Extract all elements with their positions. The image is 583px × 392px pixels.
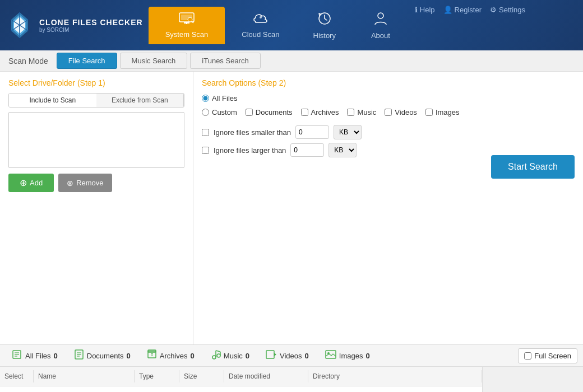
svg-rect-34 [326,351,336,358]
larger-unit-select[interactable]: KB MB GB [328,143,357,157]
ignore-smaller-checkbox[interactable] [202,129,209,136]
ignore-larger-checkbox[interactable] [202,147,209,154]
all-files-radio-option[interactable]: All Files [202,94,238,102]
settings-action[interactable]: ⚙ Settings [490,6,525,14]
about-icon [373,11,388,29]
documents-checkbox-option[interactable]: Documents [246,108,293,116]
result-tab-music-label: Music [224,352,243,360]
cloud-scan-icon [252,12,269,28]
app-title: CLONE FILES CHECKER [39,18,143,27]
music-tab-icon [211,349,221,362]
fullscreen-checkbox[interactable] [524,352,531,360]
archives-label: Archives [311,108,339,116]
result-tab-music-count: 0 [246,352,249,360]
svg-marker-33 [274,353,276,356]
all-files-radio[interactable] [202,95,209,102]
result-tab-all-files-label: All Files [25,352,51,360]
videos-label: Videos [395,108,417,116]
result-tab-videos[interactable]: Videos 0 [259,347,316,364]
videos-tab-icon [266,350,277,361]
larger-value-input[interactable] [290,143,324,157]
music-checkbox[interactable] [347,109,354,116]
scan-tabs: Include to Scan Exclude from Scan [8,93,184,108]
svg-line-30 [216,351,220,352]
images-checkbox-option[interactable]: Images [425,108,460,116]
include-scan-tab[interactable]: Include to Scan [9,94,96,107]
app-logo-icon [6,11,34,39]
videos-checkbox-option[interactable]: Videos [385,108,417,116]
col-type: Type [135,370,179,382]
remove-button[interactable]: ⊗ Remove [58,174,112,192]
settings-label: Settings [499,6,525,14]
col-directory: Directory [308,370,482,382]
result-tab-images[interactable]: Images 0 [318,347,377,364]
app-subtitle: by SORCIM [39,27,143,33]
smaller-unit-select[interactable]: KB MB GB [334,125,362,139]
add-icon: ⊕ [20,178,27,188]
add-button[interactable]: ⊕ Add [8,174,54,192]
videos-checkbox[interactable] [385,109,392,116]
archives-tab-icon [147,349,157,362]
tab-itunes-search[interactable]: iTunes Search [190,53,260,69]
ignore-smaller-label: Ignore files smaller than [214,128,291,137]
logo-area: CLONE FILES CHECKER by SORCIM [6,11,143,39]
header-actions: ℹ Help 👤 Register ⚙ Settings — ⧉ ✕ [415,6,577,14]
exclude-scan-tab[interactable]: Exclude from Scan [96,94,184,107]
result-tab-archives[interactable]: Archives 0 [140,347,201,365]
tab-music-search[interactable]: Music Search [120,53,188,69]
history-label: History [313,31,336,40]
documents-label: Documents [256,108,293,116]
folder-list [8,112,184,168]
table-side-panel [482,367,583,392]
svg-point-10 [188,17,192,22]
documents-tab-icon [74,349,84,362]
results-table: Select Name Type Size Date modified Dire… [0,367,482,392]
help-action[interactable]: ℹ Help [415,6,435,14]
result-tab-documents[interactable]: Documents 0 [67,347,137,365]
custom-radio-option[interactable]: Custom [202,108,237,116]
start-search-button[interactable]: Start Search [491,155,575,179]
file-type-all-row: All Files [202,94,575,102]
settings-icon: ⚙ [490,6,497,14]
logo-text: CLONE FILES CHECKER by SORCIM [39,18,143,33]
custom-radio[interactable] [202,109,209,116]
nav-tab-about[interactable]: About [353,7,409,44]
results-tabs-bar: All Files 0 Documents 0 Archives 0 Music… [0,344,583,367]
cloud-scan-label: Cloud Scan [242,30,279,39]
register-icon: 👤 [443,6,452,14]
result-tab-documents-count: 0 [127,352,131,360]
right-panel: Search Options (Step 2) All Files Custom… [193,72,583,344]
svg-point-14 [378,13,383,18]
system-scan-icon [179,12,195,28]
documents-checkbox[interactable] [246,109,253,116]
result-tab-images-label: Images [339,352,363,360]
all-files-tab-icon [12,350,22,361]
about-label: About [371,31,390,40]
action-buttons: ⊕ Add ⊗ Remove [8,174,184,192]
col-size: Size [179,370,224,382]
archives-checkbox-option[interactable]: Archives [301,108,339,116]
remove-icon: ⊗ [67,179,73,188]
col-name: Name [34,370,135,382]
register-action[interactable]: 👤 Register [443,6,482,14]
svg-point-27 [212,356,216,359]
results-table-area: Select Name Type Size Date modified Dire… [0,367,583,392]
result-tab-all-files[interactable]: All Files 0 [6,347,64,364]
nav-tab-system-scan[interactable]: System Scan [149,7,225,44]
smaller-value-input[interactable] [295,125,329,139]
images-tab-icon [325,350,336,361]
filter-smaller-row: Ignore files smaller than KB MB GB [202,125,575,139]
file-type-checkboxes: Custom Documents Archives Music Videos I… [202,108,575,116]
result-tab-documents-label: Documents [87,352,124,360]
all-files-label: All Files [212,94,238,102]
music-checkbox-option[interactable]: Music [347,108,376,116]
main-content: Select Drive/Folder (Step 1) Include to … [0,72,583,344]
nav-tab-cloud-scan[interactable]: Cloud Scan [225,7,296,44]
result-tab-videos-count: 0 [305,352,309,360]
nav-tab-history[interactable]: History [297,7,353,44]
tab-file-search[interactable]: File Search [57,53,117,69]
fullscreen-button[interactable]: Full Screen [518,348,577,363]
result-tab-music[interactable]: Music 0 [204,347,256,365]
archives-checkbox[interactable] [301,109,308,116]
images-checkbox[interactable] [425,109,433,116]
